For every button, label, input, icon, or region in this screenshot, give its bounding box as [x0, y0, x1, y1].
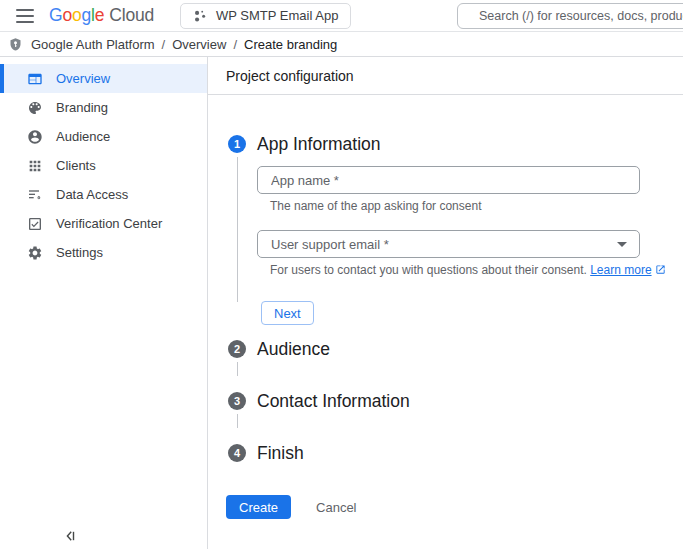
logo-cloud-text: Cloud — [109, 5, 154, 26]
app-name-input[interactable] — [257, 166, 640, 194]
user-support-email-select[interactable]: User support email * — [257, 230, 640, 258]
wizard-footer: Create Cancel — [226, 495, 683, 519]
step-title: Finish — [257, 444, 683, 462]
step-title: Contact Information — [257, 392, 683, 410]
global-search-box[interactable] — [457, 3, 683, 29]
step-title: App Information — [257, 135, 683, 153]
main-panel: Project configuration 1 App Information … — [208, 57, 683, 549]
logo-letter: e — [95, 5, 105, 26]
person-icon — [27, 129, 43, 145]
step-audience: 2 Audience — [228, 340, 683, 376]
sidebar-item-label: Settings — [56, 245, 103, 260]
learn-more-link[interactable]: Learn more — [590, 263, 651, 277]
gear-icon — [27, 245, 43, 261]
sidebar-item-label: Data Access — [56, 187, 128, 202]
sidebar-item-branding[interactable]: Branding — [0, 93, 207, 122]
left-nav-sidebar: Overview Branding Audience Clients Data … — [0, 57, 208, 549]
breadcrumb: Google Auth Platform / Overview / Create… — [0, 32, 683, 57]
step-finish: 4 Finish — [228, 444, 683, 462]
breadcrumb-separator: / — [233, 37, 237, 52]
sidebar-item-data-access[interactable]: Data Access — [0, 180, 207, 209]
support-email-helper-text: For users to contact you with questions … — [270, 263, 683, 277]
auth-platform-shield-key-icon — [8, 37, 23, 52]
google-cloud-logo: Google Cloud — [49, 5, 154, 26]
step-connector-line — [237, 157, 238, 302]
step-connector-line — [237, 414, 238, 428]
search-input[interactable] — [477, 8, 683, 24]
step-number-badge: 4 — [228, 444, 246, 462]
sidebar-item-label: Verification Center — [56, 216, 162, 231]
breadcrumb-current-page: Create branding — [244, 37, 337, 52]
app-name-helper-text: The name of the app asking for consent — [270, 199, 683, 213]
apps-grid-icon — [27, 158, 43, 174]
step-contact-information: 3 Contact Information — [228, 392, 683, 428]
dropdown-caret-icon — [617, 242, 627, 247]
list-gear-icon — [27, 187, 43, 203]
top-app-bar: Google Cloud WP SMTP Email App — [0, 0, 683, 32]
logo-letter: G — [49, 5, 62, 26]
step-number-badge: 3 — [228, 392, 246, 410]
overview-icon — [27, 71, 43, 87]
wizard-content: 1 App Information The name of the app as… — [208, 95, 683, 519]
palette-icon — [27, 100, 43, 116]
sidebar-item-label: Audience — [56, 129, 110, 144]
hamburger-menu-icon[interactable] — [16, 9, 34, 23]
step-title: Audience — [257, 340, 683, 358]
external-link-icon — [655, 264, 666, 275]
cancel-button[interactable]: Cancel — [316, 500, 356, 515]
logo-letter: g — [82, 5, 92, 26]
project-dots-icon — [192, 8, 207, 23]
page-title: Project configuration — [208, 57, 683, 95]
sidebar-item-verification-center[interactable]: Verification Center — [0, 209, 207, 238]
logo-letter: o — [62, 5, 72, 26]
sidebar-item-clients[interactable]: Clients — [0, 151, 207, 180]
step-number-badge: 2 — [228, 340, 246, 358]
sidebar-item-audience[interactable]: Audience — [0, 122, 207, 151]
sidebar-item-settings[interactable]: Settings — [0, 238, 207, 267]
breadcrumb-separator: / — [162, 37, 166, 52]
sidebar-item-overview[interactable]: Overview — [0, 64, 207, 93]
sidebar-item-label: Clients — [56, 158, 96, 173]
breadcrumb-item[interactable]: Google Auth Platform — [31, 37, 155, 52]
helper-text: For users to contact you with questions … — [270, 263, 587, 277]
logo-letter: o — [72, 5, 82, 26]
step-app-information: 1 App Information The name of the app as… — [228, 135, 683, 325]
project-selector-button[interactable]: WP SMTP Email App — [180, 3, 351, 29]
checkbox-icon — [27, 216, 43, 232]
create-button[interactable]: Create — [226, 495, 291, 519]
project-name-label: WP SMTP Email App — [216, 8, 338, 23]
step-number-badge: 1 — [228, 135, 246, 153]
sidebar-item-label: Overview — [56, 71, 110, 86]
user-support-email-placeholder: User support email * — [271, 237, 389, 252]
collapse-sidebar-icon[interactable] — [62, 528, 78, 544]
step-connector-line — [237, 362, 238, 376]
breadcrumb-item[interactable]: Overview — [172, 37, 226, 52]
next-button[interactable]: Next — [261, 301, 314, 325]
sidebar-item-label: Branding — [56, 100, 108, 115]
